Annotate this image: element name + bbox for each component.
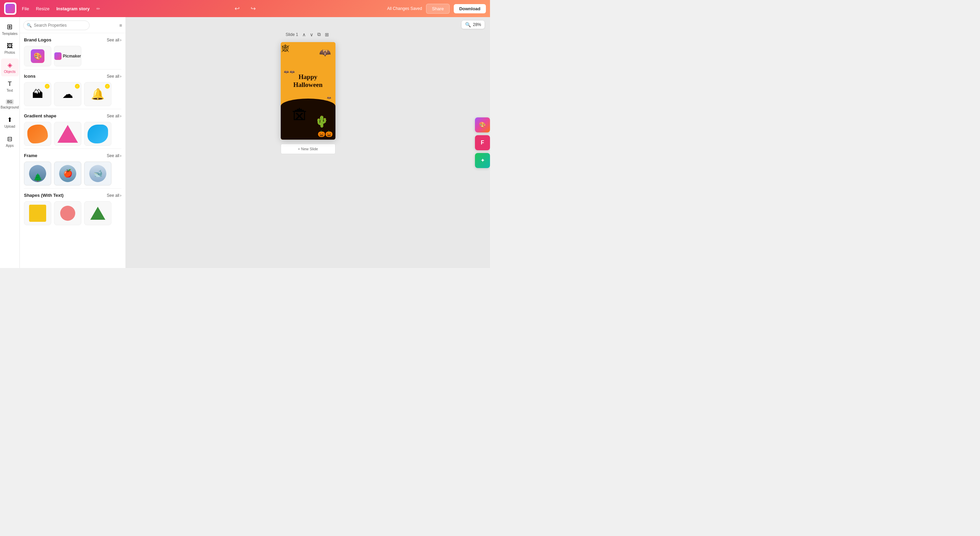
- bat-main-decoration: 🦇: [319, 47, 331, 58]
- slide-label: Slide 1: [286, 32, 298, 37]
- frame-item-3[interactable]: 🐋: [84, 161, 111, 185]
- main-layout: ⊞ Templates 🖼 Photos ◈ Objects T Text BG…: [0, 17, 490, 268]
- gradient-shape-header: Gradient shape See all ›: [24, 113, 121, 118]
- bats-mid-decoration: 🦇: [327, 96, 331, 100]
- halloween-canvas: 🕸 🦇 🦇🦇 Happy Halloween 🦇: [281, 42, 336, 140]
- upload-icon: ⬆: [7, 116, 12, 124]
- sidebar-item-templates[interactable]: ⊞ Templates: [1, 20, 19, 38]
- premium-badge-1: ⭐: [45, 84, 49, 89]
- background-icon: BG: [6, 99, 14, 104]
- shapes-with-text-header: Shapes (With Text) See all ›: [24, 193, 121, 198]
- slide-container: Slide 1 ∧ ∨ ⧉ ⊞ 🕸 🦇: [281, 31, 336, 154]
- apps-icon: ⊟: [7, 135, 12, 143]
- sidebar-icons: ⊞ Templates 🖼 Photos ◈ Objects T Text BG…: [0, 17, 20, 268]
- frame-title: Frame: [24, 153, 37, 158]
- frame-item-1[interactable]: 🌲: [24, 161, 51, 185]
- gradient-app-button[interactable]: 🎨: [475, 117, 490, 132]
- gradient-shape-see-all[interactable]: See all ›: [107, 114, 121, 118]
- sidebar-item-text[interactable]: T Text: [1, 78, 19, 95]
- premium-badge-3: ⭐: [105, 84, 110, 89]
- pumpkins-decoration: 🎃🎃: [318, 130, 333, 137]
- objects-icon: ◈: [8, 61, 12, 69]
- premium-badge-2: ⭐: [75, 84, 80, 89]
- filter-icon[interactable]: ≡: [119, 22, 122, 28]
- slide-up-button[interactable]: ∧: [301, 31, 307, 38]
- icons-title: Icons: [24, 73, 35, 79]
- canvas-scroll[interactable]: Slide 1 ∧ ∨ ⧉ ⊞ 🕸 🦇: [126, 17, 490, 268]
- font-app-button[interactable]: F: [475, 135, 490, 150]
- brand-logos-items: 🎨 Picmaker: [24, 46, 121, 66]
- edit-title-icon[interactable]: ✏: [96, 6, 100, 11]
- slide-card[interactable]: 🕸 🦇 🦇🦇 Happy Halloween 🦇: [281, 42, 336, 140]
- properties-panel: 🔍 ≡ Brand Logos See all › 🎨: [20, 17, 126, 268]
- icons-see-all[interactable]: See all ›: [107, 74, 121, 79]
- canvas-area: 🔍 28% Slide 1 ∧ ∨ ⧉ ⊞: [126, 17, 490, 268]
- right-float-buttons: 🎨 F ✦: [475, 117, 490, 168]
- shapes-with-text-title: Shapes (With Text): [24, 193, 64, 198]
- gradient-shape-1[interactable]: [24, 122, 51, 146]
- new-slide-button[interactable]: + New Slide: [281, 144, 336, 154]
- icon-item-2[interactable]: ☁ ⭐: [54, 82, 81, 106]
- text-icon: T: [8, 80, 12, 88]
- icons-header: Icons See all ›: [24, 73, 121, 79]
- zoom-bar: 🔍 28%: [461, 21, 485, 29]
- sidebar-item-upload[interactable]: ⬆ Upload: [1, 113, 19, 131]
- shape-item-coral[interactable]: [54, 201, 81, 225]
- topbar-nav: File Resize Instagram story ✏: [22, 6, 100, 11]
- gradient-shape-section: Gradient shape See all ›: [20, 109, 126, 148]
- slide-add-button[interactable]: ⊞: [323, 31, 330, 38]
- font-app-icon: F: [481, 140, 484, 146]
- slide-down-button[interactable]: ∨: [309, 31, 315, 38]
- gradient-shape-2[interactable]: [54, 122, 81, 146]
- remove-bg-app-button[interactable]: ✦: [475, 153, 490, 168]
- sidebar-item-objects[interactable]: ◈ Objects: [1, 59, 19, 77]
- shape-item-green[interactable]: [84, 201, 111, 225]
- gradient-shape-items: [24, 122, 121, 146]
- coral-circle: [60, 206, 75, 221]
- yellow-square: [29, 205, 46, 222]
- search-input[interactable]: [23, 21, 89, 30]
- project-title: Instagram story: [56, 6, 90, 11]
- frame-item-2[interactable]: 🍎: [54, 161, 81, 185]
- green-triangle: [90, 207, 105, 220]
- gradient-shape-3[interactable]: [84, 122, 111, 146]
- tree-decoration: 🌵: [315, 115, 329, 128]
- spider-web-decoration: 🕸: [282, 44, 289, 53]
- icon-item-3[interactable]: 🔔 ⭐: [84, 82, 111, 106]
- brand-logo-item[interactable]: 🎨: [24, 46, 51, 66]
- shapes-with-text-items: [24, 201, 121, 225]
- redo-button[interactable]: ↪: [248, 3, 259, 14]
- brand-logos-header: Brand Logos See all ›: [24, 37, 121, 42]
- undo-button[interactable]: ↩: [232, 3, 242, 14]
- remove-bg-icon: ✦: [480, 157, 485, 164]
- shapes-with-text-see-all[interactable]: See all ›: [107, 193, 121, 198]
- topbar: File Resize Instagram story ✏ ↩ ↪ All Ch…: [0, 0, 490, 17]
- zoom-level: 28%: [473, 22, 481, 27]
- sidebar-item-background[interactable]: BG Background: [1, 97, 19, 112]
- shapes-with-text-section: Shapes (With Text) See all ›: [20, 188, 126, 228]
- resize-menu[interactable]: Resize: [36, 6, 49, 11]
- slide-copy-button[interactable]: ⧉: [316, 31, 322, 38]
- brand-logos-title: Brand Logos: [24, 37, 51, 42]
- brand-logos-see-all[interactable]: See all ›: [107, 38, 121, 42]
- brand-logos-section: Brand Logos See all › 🎨 Picmaker: [20, 33, 126, 69]
- sidebar-item-apps[interactable]: ⊟ Apps: [1, 132, 19, 150]
- file-menu[interactable]: File: [22, 6, 29, 11]
- halloween-title: Happy Halloween: [293, 73, 323, 89]
- frame-header: Frame See all ›: [24, 153, 121, 158]
- topbar-center-controls: ↩ ↪: [232, 3, 259, 14]
- sidebar-item-photos[interactable]: 🖼 Photos: [1, 40, 19, 57]
- brand-logo-picmaker[interactable]: Picmaker: [54, 46, 81, 66]
- frame-see-all[interactable]: See all ›: [107, 153, 121, 158]
- shape-item-yellow[interactable]: [24, 201, 51, 225]
- photos-icon: 🖼: [7, 42, 13, 49]
- zoom-icon: 🔍: [465, 22, 471, 27]
- frame-items: 🌲 🍎 🐋: [24, 161, 121, 185]
- icon-item-1[interactable]: 🏔 ⭐: [24, 82, 51, 106]
- panel-scroll-area: Brand Logos See all › 🎨 Picmaker: [20, 33, 126, 268]
- share-button[interactable]: Share: [426, 4, 450, 14]
- download-button[interactable]: Download: [454, 4, 486, 13]
- search-wrap: 🔍: [23, 21, 116, 30]
- search-icon: 🔍: [27, 23, 32, 28]
- topbar-right: All Changes Saved Share Download: [387, 4, 486, 14]
